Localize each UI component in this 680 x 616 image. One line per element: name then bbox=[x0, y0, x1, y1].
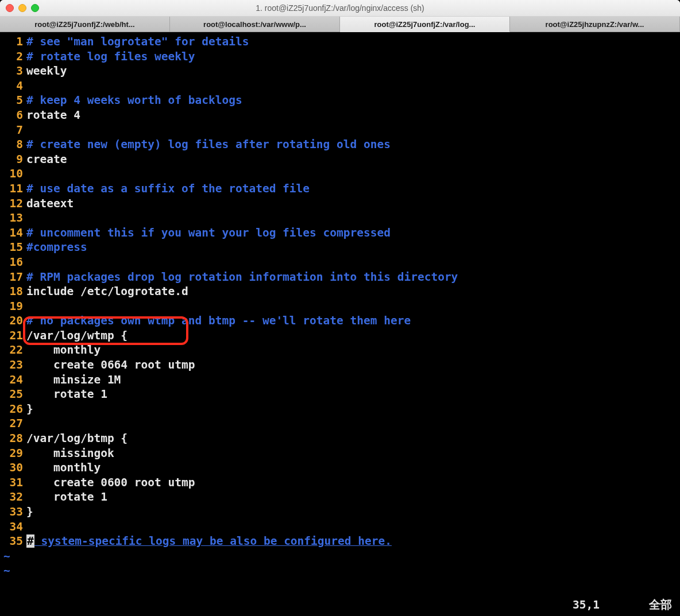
scroll-percent: 全部 bbox=[649, 598, 672, 613]
line-number: 19 bbox=[0, 299, 26, 314]
line-content: # RPM packages drop log rotation informa… bbox=[26, 270, 680, 285]
line-content: weekly bbox=[26, 64, 680, 79]
line-number: 8 bbox=[0, 137, 26, 152]
code-line: 8# create new (empty) log files after ro… bbox=[0, 137, 680, 152]
code-line: 18include /etc/logrotate.d bbox=[0, 284, 680, 299]
line-content: rotate 4 bbox=[26, 108, 680, 123]
code-line: 2# rotate log files weekly bbox=[0, 49, 680, 64]
code-line: 19 bbox=[0, 299, 680, 314]
tab-3[interactable]: root@iZ25jhzupnzZ:/var/w... bbox=[510, 17, 680, 32]
line-content: minsize 1M bbox=[26, 373, 680, 388]
line-number: 18 bbox=[0, 284, 26, 299]
line-number: 1 bbox=[0, 34, 26, 49]
line-content: create 0600 root utmp bbox=[26, 475, 680, 490]
code-line: 14# uncomment this if you want your log … bbox=[0, 226, 680, 241]
line-number: 25 bbox=[0, 387, 26, 402]
code-line: 3weekly bbox=[0, 64, 680, 79]
line-content: /var/log/btmp { bbox=[26, 431, 680, 446]
code-line: 1# see "man logrotate" for details bbox=[0, 34, 680, 49]
code-line: 5# keep 4 weeks worth of backlogs bbox=[0, 93, 680, 108]
code-line: 30 monthly bbox=[0, 460, 680, 475]
code-line: 7 bbox=[0, 123, 680, 138]
line-content: missingok bbox=[26, 446, 680, 461]
line-number: 11 bbox=[0, 181, 26, 196]
line-content: # keep 4 weeks worth of backlogs bbox=[26, 93, 680, 108]
line-content: # uncomment this if you want your log fi… bbox=[26, 226, 680, 241]
line-number: 27 bbox=[0, 416, 26, 431]
code-line: 26} bbox=[0, 402, 680, 417]
line-number: 31 bbox=[0, 475, 26, 490]
line-number: 2 bbox=[0, 49, 26, 64]
code-line: 15#compress bbox=[0, 240, 680, 255]
line-number: 5 bbox=[0, 93, 26, 108]
code-line: 29 missingok bbox=[0, 446, 680, 461]
line-content: # system-specific logs may be also be co… bbox=[26, 534, 680, 549]
line-number: 14 bbox=[0, 226, 26, 241]
code-line: 4 bbox=[0, 79, 680, 94]
vim-status-bar: 35,1 全部 bbox=[0, 598, 680, 613]
line-content: include /etc/logrotate.d bbox=[26, 284, 680, 299]
line-content: #compress bbox=[26, 240, 680, 255]
tab-2[interactable]: root@iZ25j7uonfjZ:/var/log... bbox=[340, 17, 510, 32]
line-number: 16 bbox=[0, 255, 26, 270]
line-number: 4 bbox=[0, 79, 26, 94]
line-number: 35 bbox=[0, 534, 26, 549]
line-number: 15 bbox=[0, 240, 26, 255]
cursor-position: 35,1 bbox=[573, 598, 600, 613]
code-line: 12dateext bbox=[0, 196, 680, 211]
line-number: 23 bbox=[0, 358, 26, 373]
line-number: 33 bbox=[0, 505, 26, 520]
titlebar: 1. root@iZ25j7uonfjZ:/var/log/nginx/acce… bbox=[0, 0, 680, 17]
line-number: 24 bbox=[0, 373, 26, 388]
code-line: 6rotate 4 bbox=[0, 108, 680, 123]
line-number: 22 bbox=[0, 343, 26, 358]
line-number: 3 bbox=[0, 64, 26, 79]
code-line: 34 bbox=[0, 520, 680, 534]
line-content: # no packages own wtmp and btmp -- we'll… bbox=[26, 313, 680, 328]
code-line: 25 rotate 1 bbox=[0, 387, 680, 402]
code-line: 31 create 0600 root utmp bbox=[0, 475, 680, 490]
code-line: 17# RPM packages drop log rotation infor… bbox=[0, 270, 680, 285]
line-number: 29 bbox=[0, 446, 26, 461]
tab-1[interactable]: root@localhost:/var/www/p... bbox=[170, 17, 340, 32]
line-content: /var/log/wtmp { bbox=[26, 328, 680, 343]
line-number: 30 bbox=[0, 460, 26, 475]
line-number: 17 bbox=[0, 270, 26, 285]
editor-viewport[interactable]: 1# see "man logrotate" for details2# rot… bbox=[0, 32, 680, 616]
line-content: # create new (empty) log files after rot… bbox=[26, 137, 680, 152]
tab-0[interactable]: root@iZ25j7uonfjZ:/web/ht... bbox=[0, 17, 170, 32]
code-line: 23 create 0664 root utmp bbox=[0, 358, 680, 373]
code-line: 27 bbox=[0, 416, 680, 431]
line-content: # see "man logrotate" for details bbox=[26, 34, 680, 49]
line-content: } bbox=[26, 402, 680, 417]
code-line: 9create bbox=[0, 152, 680, 167]
line-number: 20 bbox=[0, 313, 26, 328]
code-lines: 1# see "man logrotate" for details2# rot… bbox=[0, 32, 680, 578]
cursor: # bbox=[26, 534, 34, 548]
terminal-window: 1. root@iZ25j7uonfjZ:/var/log/nginx/acce… bbox=[0, 0, 680, 616]
line-content: monthly bbox=[26, 460, 680, 475]
code-line: 20# no packages own wtmp and btmp -- we'… bbox=[0, 313, 680, 328]
line-content: dateext bbox=[26, 196, 680, 211]
code-line: 35# system-specific logs may be also be … bbox=[0, 534, 680, 549]
line-content: # use date as a suffix of the rotated fi… bbox=[26, 181, 680, 196]
line-number: 13 bbox=[0, 211, 26, 226]
code-line: 10 bbox=[0, 166, 680, 181]
line-number: 7 bbox=[0, 123, 26, 138]
tab-bar: root@iZ25j7uonfjZ:/web/ht...root@localho… bbox=[0, 17, 680, 32]
line-content: } bbox=[26, 505, 680, 520]
code-line: 13 bbox=[0, 211, 680, 226]
line-number: 28 bbox=[0, 431, 26, 446]
code-line: 28/var/log/btmp { bbox=[0, 431, 680, 446]
line-content: create bbox=[26, 152, 680, 167]
line-content: # rotate log files weekly bbox=[26, 49, 680, 64]
code-line: 21/var/log/wtmp { bbox=[0, 328, 680, 343]
empty-line-tilde: ~ bbox=[0, 549, 680, 564]
line-number: 34 bbox=[0, 520, 26, 534]
line-content: create 0664 root utmp bbox=[26, 358, 680, 373]
line-number: 6 bbox=[0, 108, 26, 123]
code-line: 11# use date as a suffix of the rotated … bbox=[0, 181, 680, 196]
code-line: 32 rotate 1 bbox=[0, 490, 680, 505]
line-number: 10 bbox=[0, 166, 26, 181]
empty-line-tilde: ~ bbox=[0, 563, 680, 578]
